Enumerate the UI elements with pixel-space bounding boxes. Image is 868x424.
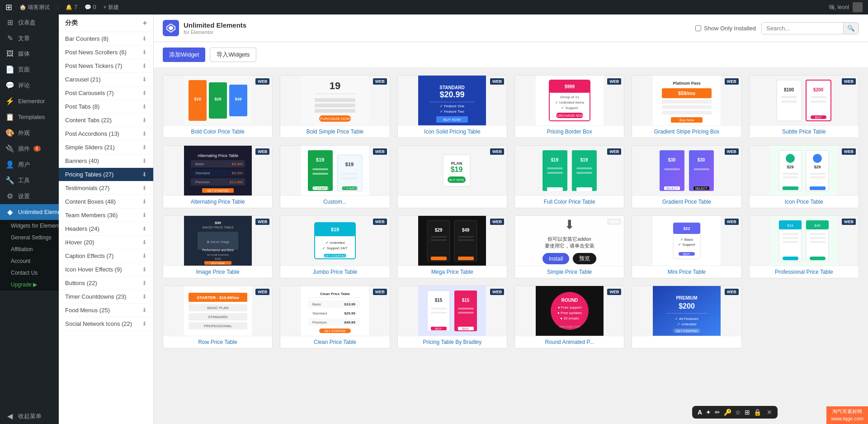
sidebar-item-appearance[interactable]: 🎨 外观: [0, 125, 59, 141]
ft-bookmark-icon[interactable]: ☆: [735, 409, 741, 416]
sidebar-item-pages[interactable]: 📄 页面: [0, 62, 59, 77]
widget-image-price-table[interactable]: WEB $99 IMAGE PRICE TABLE 🖥 Server Image…: [163, 215, 273, 278]
submenu-account[interactable]: Account: [0, 255, 59, 267]
sidebar-item-caption-effects[interactable]: Caption Effects (7) ⬇: [59, 249, 153, 263]
new-button[interactable]: + 新建: [104, 4, 119, 11]
sidebar-item-post-news-scrollers[interactable]: Post News Scrollers (6) ⬇: [59, 46, 153, 59]
widget-label: Alternating Price Table: [163, 195, 272, 208]
preview-button[interactable]: 预览: [573, 253, 596, 264]
sidebar-item-icon-hover[interactable]: Icon Hover Effects (9) ⬇: [59, 263, 153, 276]
ft-grid-icon[interactable]: ⊞: [745, 409, 750, 416]
sidebar-item-post-tabs[interactable]: Post Tabs (8) ⬇: [59, 100, 153, 114]
widget-subtle-price-table[interactable]: WEB $100 $200 BUY: [749, 75, 859, 138]
ft-close-icon[interactable]: ✕: [767, 409, 772, 416]
site-name[interactable]: 🏠 喵客测试: [19, 4, 50, 11]
widget-jumbo-price-table[interactable]: WEB $19 ✓ Unlimited ✓ Support 24/7 GET S…: [280, 215, 390, 278]
svg-text:BUY NOW: BUY NOW: [449, 178, 465, 181]
widget-unknown-1[interactable]: WEB PLAN $19 BUY NOW: [397, 145, 507, 208]
widget-simple-price-table[interactable]: WEB ⬇ 你可以安装它addon要使用它，请单击安装 Install 预览 S…: [514, 215, 624, 278]
sidebar-item-plugins[interactable]: 🔌 插件 6: [0, 141, 59, 157]
ft-lock-icon[interactable]: 🔒: [754, 409, 761, 416]
sidebar-item-buttons[interactable]: Buttons (22) ⬇: [59, 276, 153, 290]
sidebar-item-bar-counters[interactable]: Bar Counters (8) ⬇: [59, 32, 153, 46]
sidebar-item-banners[interactable]: Banners (40) ⬇: [59, 154, 153, 168]
sidebar-item-users[interactable]: 👤 用户: [0, 157, 59, 172]
sidebar-item-comments[interactable]: 💬 评论: [0, 77, 59, 93]
sidebar-item-media[interactable]: 🖼 媒体: [0, 46, 59, 62]
sidebar-item-templates[interactable]: 📋 Templates: [0, 109, 59, 125]
widget-alternating-price-table[interactable]: WEB Alternating Price Table Basic $3,000…: [163, 145, 273, 208]
ft-star-icon[interactable]: ✦: [706, 409, 711, 416]
widget-559-gradient[interactable]: WEB PREMIUM $200: [632, 286, 741, 348]
submenu-contact[interactable]: Contact Us: [0, 267, 59, 279]
widget-pricing-border-box[interactable]: WEB $999 Group of 11 ✓ Unlimited Items ✓…: [514, 75, 624, 138]
widget-custom-price-table[interactable]: WEB $19 $19 GET STARTER: [280, 145, 390, 208]
notif-bell[interactable]: 🔔 7: [66, 4, 77, 10]
widget-round-animated[interactable]: WEB ROUND ● Free support ● Free updates …: [514, 286, 624, 348]
ft-a-icon[interactable]: A: [698, 409, 702, 416]
widget-bradley-price-table[interactable]: WEB $15 $15 BUY: [397, 286, 507, 348]
sidebar-item-carousel[interactable]: Carousel (21) ⬇: [59, 73, 153, 86]
submenu-widgets[interactable]: Widgets for Elementor: [0, 220, 59, 232]
sidebar-item-dashboard[interactable]: ⊞ 仪表盘: [0, 14, 59, 30]
search-button[interactable]: 🔍: [843, 23, 859, 34]
comment-notif[interactable]: 💬 0: [85, 4, 96, 10]
sidebar-item-social-icons[interactable]: Social Network Icons (22) ⬇: [59, 317, 153, 331]
sidebar-item-headers[interactable]: Headers (24) ⬇: [59, 222, 153, 236]
svg-rect-87: [542, 150, 567, 191]
sidebar-item-team-members[interactable]: Team Members (36) ⬇: [59, 209, 153, 222]
sidebar-item-settings[interactable]: ⚙ 设置: [0, 188, 59, 204]
widget-full-color-price-table[interactable]: WEB $19 $19: [514, 145, 624, 208]
thumb-svg: $100 $200 BUY: [770, 76, 838, 125]
sidebar-item-post-news-tickers[interactable]: Post News Tickers (7) ⬇: [59, 59, 153, 73]
sidebar-item-elementor[interactable]: ⚡ Elementor: [0, 93, 59, 109]
widget-row-price-table[interactable]: WEB STARTER - $19.99/mo BASIC PLAN STAND…: [163, 286, 273, 348]
sidebar-item-content-tabs[interactable]: Content Tabs (22) ⬇: [59, 114, 153, 127]
ft-key-icon[interactable]: 🔑: [724, 409, 731, 416]
ft-edit-icon[interactable]: ✏: [715, 409, 720, 416]
search-input[interactable]: [762, 23, 843, 34]
sidebar-item-timer[interactable]: Timer Countdowns (23) ⬇: [59, 290, 153, 304]
sidebar-item-testimonials[interactable]: Testimonials (27) ⬇: [59, 181, 153, 195]
widget-icon-solid-pricing-table[interactable]: WEB STANDARD $20.99 ✓ Feature One ✓ Feat…: [397, 75, 507, 138]
install-button[interactable]: Install: [542, 253, 569, 264]
sidebar-item-post-carousels[interactable]: Post Carousels (7) ⬇: [59, 86, 153, 100]
add-category-icon[interactable]: +: [143, 19, 147, 27]
add-widget-button[interactable]: 添加Widget: [163, 48, 205, 62]
sidebar-item-food-menus[interactable]: Food Menus (25) ⬇: [59, 304, 153, 317]
import-widgets-button[interactable]: 导入Widgets: [210, 48, 256, 62]
svg-rect-91: [547, 167, 563, 169]
widget-mini-price-table[interactable]: WEB $22 ✓ Basic ✓ Support BUY Mini Pr: [632, 215, 741, 278]
svg-rect-184: [308, 297, 360, 298]
widget-icon-price-table[interactable]: WEB $29 $29: [749, 145, 859, 208]
sidebar-item-ihover[interactable]: iHover (20) ⬇: [59, 236, 153, 249]
sidebar-item-posts[interactable]: ✎ 文章: [0, 30, 59, 46]
widget-bold-simple-price-table[interactable]: WEB 19 PURCHASE NOW Bold Simple Pri: [280, 75, 390, 138]
sidebar-item-pricing-tables[interactable]: Pricing Tables (27) ⬇: [59, 168, 153, 181]
sidebar-item-collapse[interactable]: ◀ 收起菜单: [0, 408, 59, 424]
sidebar-item-unlimited[interactable]: ◆ Unlimited Elements: [0, 204, 59, 220]
widget-mega-price-table[interactable]: WEB $29 $49: [397, 215, 507, 278]
svg-rect-92: [576, 167, 592, 169]
svg-text:$22: $22: [683, 226, 690, 231]
svg-rect-202: [458, 308, 474, 310]
widget-gradient-stripe-pricing-box[interactable]: WEB Platinum Pass $59/mo Buy Now: [632, 75, 741, 138]
widget-bold-color-price-table[interactable]: WEB $19 $29 $49 Bold Color Price Table: [163, 75, 273, 138]
widget-gradient-price-table[interactable]: WEB $30 $30: [632, 145, 741, 208]
svg-text:SELECT: SELECT: [695, 187, 708, 190]
sidebar-item-post-accordions[interactable]: Post Accordions (13) ⬇: [59, 127, 153, 141]
submenu-upgrade[interactable]: Upgrade ▶: [0, 279, 59, 291]
show-installed-checkbox[interactable]: [695, 25, 701, 31]
submenu-general[interactable]: General Settings: [0, 232, 59, 243]
wp-sidebar: ⊞ 仪表盘 ✎ 文章 🖼 媒体 📄 页面 💬 评论 ⚡ Elementor 📋 …: [0, 14, 59, 424]
widget-professional-price-table[interactable]: WEB $19 $49: [749, 215, 859, 278]
submenu-affiliation[interactable]: Affiliation: [0, 243, 59, 255]
show-installed-toggle[interactable]: Show Only Installed: [695, 25, 756, 32]
sidebar-label: 外观: [18, 129, 30, 137]
sidebar-item-tools[interactable]: 🔧 工具: [0, 172, 59, 188]
svg-text:Premium: Premium: [195, 180, 210, 184]
sidebar-item-content-boxes[interactable]: Content Boxes (48) ⬇: [59, 195, 153, 209]
plugin-sidebar: 分类 + Bar Counters (8) ⬇ Post News Scroll…: [59, 14, 154, 424]
sidebar-item-simple-sliders[interactable]: Simple Sliders (21) ⬇: [59, 141, 153, 154]
widget-clean-price-table[interactable]: WEB Clean Price Table Basic $19.99 Stand…: [280, 286, 390, 348]
